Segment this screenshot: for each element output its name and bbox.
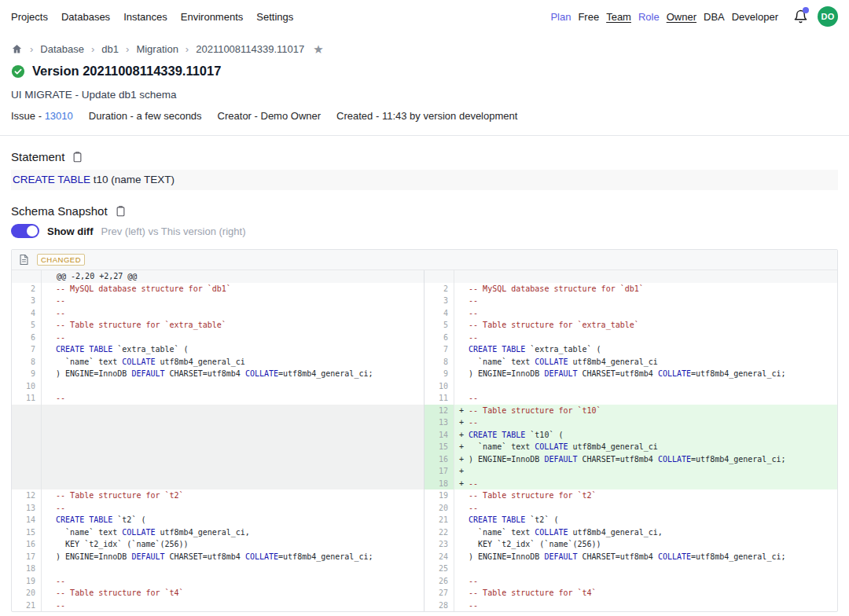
favorite-star-icon[interactable]: ★ [313, 43, 323, 55]
line-number [12, 478, 42, 490]
line-code: -- Table structure for `t2` [454, 490, 837, 502]
role-option-developer[interactable]: Developer [732, 11, 778, 23]
line-number: 21 [12, 600, 42, 612]
diff-line: 17+ [424, 465, 837, 478]
line-code: -- [454, 502, 837, 515]
line-code: -- [454, 575, 837, 588]
line-code: + -- Table structure for `t10` [454, 405, 837, 417]
avatar[interactable]: DO [818, 6, 838, 27]
line-code: -- [42, 600, 424, 612]
line-number: 20 [12, 587, 42, 600]
line-number: 17 [12, 551, 42, 563]
sql-token: t10 (name TEXT) [90, 174, 175, 185]
plan-option-team[interactable]: Team [606, 11, 631, 23]
diff-line [424, 270, 837, 283]
line-number: 18 [424, 478, 454, 490]
success-check-icon [11, 64, 25, 79]
breadcrumb-item[interactable]: Migration [136, 43, 178, 55]
line-number: 26 [424, 575, 454, 588]
diff-line: 13+ -- [424, 416, 837, 429]
line-code: + CREATE TABLE `t10` ( [454, 429, 837, 442]
meta-row: Issue - 13010 Duration - a few seconds C… [0, 101, 849, 122]
nav-item-projects[interactable]: Projects [11, 11, 48, 23]
diff-line [12, 416, 424, 429]
line-number: 14 [424, 429, 454, 442]
diff-line: 12+ -- Table structure for `t10` [424, 405, 837, 417]
diff-line: 8 `name` text COLLATE utf8mb4_general_ci [424, 356, 837, 368]
line-number: 8 [12, 356, 42, 368]
diff-line: 10 [424, 380, 837, 393]
diff-line: 11 -- [12, 392, 424, 405]
snapshot-heading: Schema Snapshot [11, 204, 108, 218]
diff-line: 18 [12, 563, 424, 575]
diff-line: 9 ) ENGINE=InnoDB DEFAULT CHARSET=utf8mb… [12, 368, 424, 380]
diff-line: 27 -- Table structure for `t4` [424, 587, 837, 600]
nav-item-settings[interactable]: Settings [256, 11, 293, 23]
meta-created: Created - 11:43 by version development [336, 110, 517, 122]
diff-toggle-row: Show diff Prev (left) vs This version (r… [0, 218, 849, 238]
plan-option-free[interactable]: Free [578, 11, 599, 23]
role-option-dba[interactable]: DBA [704, 11, 725, 23]
line-code: -- MySQL database structure for `db1` [42, 283, 424, 295]
diff-pane-current: 2 -- MySQL database structure for `db1`3… [424, 270, 837, 611]
line-number [12, 416, 42, 429]
breadcrumb-item[interactable]: 20211008114339.11017 [196, 43, 304, 55]
diff-line: 17 ) ENGINE=InnoDB DEFAULT CHARSET=utf8m… [12, 551, 424, 563]
line-number: 3 [12, 295, 42, 307]
copy-statement-button[interactable] [72, 151, 83, 163]
nav-item-instances[interactable]: Instances [123, 11, 167, 23]
line-number: 23 [424, 538, 454, 551]
line-code: `name` text COLLATE utf8mb4_general_ci, [42, 526, 424, 539]
copy-snapshot-button[interactable] [115, 205, 127, 218]
line-code: CREATE TABLE `extra_table` ( [42, 343, 424, 356]
line-code: -- [454, 392, 837, 405]
clipboard-icon [72, 151, 83, 163]
diff-line: 2 -- MySQL database structure for `db1` [424, 283, 837, 295]
line-code: -- MySQL database structure for `db1` [454, 283, 837, 295]
role-label[interactable]: Role [638, 11, 660, 23]
line-code: -- [42, 502, 424, 515]
line-number: 7 [12, 343, 42, 356]
diff-line: 21 CREATE TABLE `t2` ( [424, 514, 837, 526]
line-number: 11 [424, 392, 454, 405]
line-number: 15 [424, 441, 454, 453]
line-number: 3 [424, 295, 454, 307]
statement-section-heading: Statement [0, 136, 849, 163]
file-icon [19, 254, 29, 266]
line-number: 13 [424, 416, 454, 429]
nav-item-environments[interactable]: Environments [181, 11, 243, 23]
diff-line: 18+ -- [424, 478, 837, 490]
line-number: 17 [424, 465, 454, 478]
diff-line: 26 -- [424, 575, 837, 588]
line-number: 10 [424, 380, 454, 393]
diff-line: 5 -- Table structure for `extra_table` [12, 319, 424, 332]
breadcrumb-item[interactable]: Database [40, 43, 84, 55]
line-number: 4 [424, 307, 454, 320]
home-icon[interactable] [11, 43, 23, 55]
notifications-button[interactable] [790, 6, 810, 27]
line-code: -- [42, 307, 424, 320]
line-code [454, 563, 837, 575]
diff-line: 16+ ) ENGINE=InnoDB DEFAULT CHARSET=utf8… [424, 453, 837, 466]
line-number: 18 [12, 563, 42, 575]
diff-line [12, 441, 424, 453]
nav-item-databases[interactable]: Databases [61, 11, 110, 23]
line-number: 22 [424, 526, 454, 539]
diff-line: 15+ `name` text COLLATE utf8mb4_general_… [424, 441, 837, 453]
diff-line: 21 -- [12, 600, 424, 612]
line-code: `name` text COLLATE utf8mb4_general_ci, [454, 526, 837, 539]
diff-line [12, 478, 424, 490]
line-number: 10 [12, 380, 42, 393]
line-number: 6 [12, 332, 42, 344]
issue-link[interactable]: 13010 [45, 110, 73, 122]
line-code: -- Table structure for `extra_table` [454, 319, 837, 332]
line-number [424, 270, 454, 283]
role-option-owner[interactable]: Owner [667, 11, 696, 23]
plan-label[interactable]: Plan [550, 11, 571, 23]
breadcrumb-item[interactable]: db1 [101, 43, 119, 55]
show-diff-toggle[interactable] [11, 224, 39, 238]
line-number [12, 270, 42, 283]
diff-line: 24 ) ENGINE=InnoDB DEFAULT CHARSET=utf8m… [424, 551, 837, 563]
line-code: + ) ENGINE=InnoDB DEFAULT CHARSET=utf8mb… [454, 453, 837, 466]
diff-line: 4 -- [12, 307, 424, 320]
